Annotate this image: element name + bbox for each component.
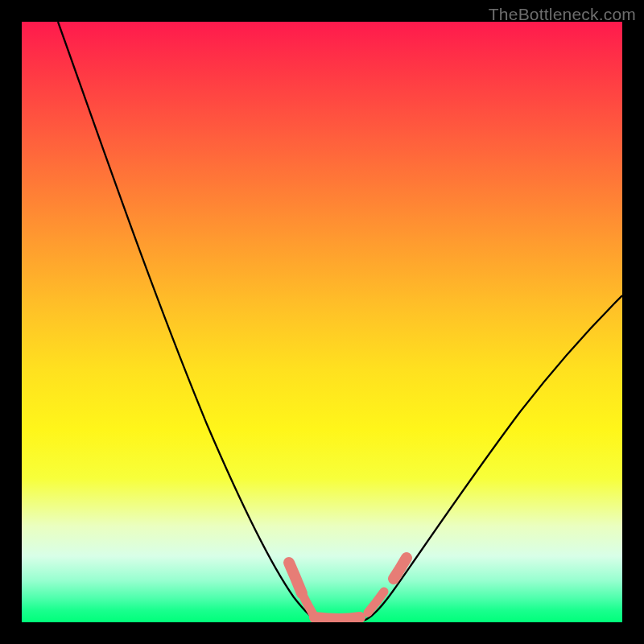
scribble-valley-floor [315,617,360,619]
scribble-left-descent [289,563,302,593]
left-branch-curve [58,22,318,621]
curve-layer [22,22,622,622]
annotation-scribbles [289,558,407,619]
scribble-right-ascent-lower [368,592,384,613]
plot-area [22,22,622,622]
chart-frame: TheBottleneck.com [0,0,644,644]
watermark-text: TheBottleneck.com [489,5,636,24]
